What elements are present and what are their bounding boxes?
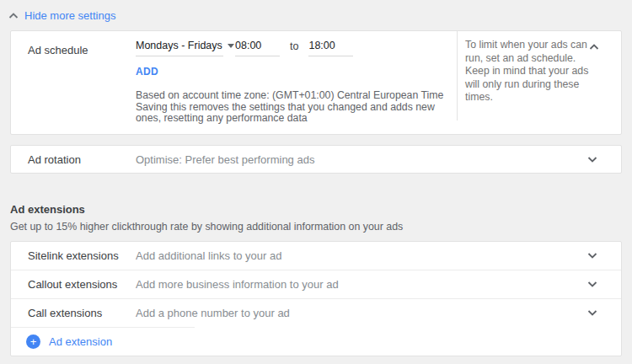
- call-extensions-expand-button[interactable]: [587, 309, 597, 317]
- ad-extensions-subtitle: Get up to 15% higher clickthrough rate b…: [10, 221, 622, 233]
- day-range-select[interactable]: Mondays - Fridays: [136, 40, 223, 56]
- sitelink-extensions-row[interactable]: Sitelink extensions Add additional links…: [11, 242, 621, 270]
- timezone-note: Based on account time zone: (GMT+01:00) …: [136, 90, 457, 102]
- end-time-input[interactable]: [308, 40, 353, 56]
- sitelink-extensions-label: Sitelink extensions: [28, 249, 136, 262]
- ad-rotation-value: Optimise: Prefer best performing ads: [136, 153, 587, 166]
- to-label: to: [290, 40, 298, 56]
- callout-extensions-row[interactable]: Callout extensions Add more business inf…: [11, 270, 621, 298]
- ad-schedule-editor: Mondays - Fridays to ADD Based on accoun…: [136, 31, 457, 134]
- sitelink-extensions-placeholder: Add additional links to your ad: [136, 249, 587, 262]
- callout-extensions-placeholder: Add more business information to your ad: [136, 278, 587, 291]
- dropdown-caret-icon: [228, 44, 234, 48]
- chevron-up-icon: [589, 43, 599, 51]
- add-schedule-button[interactable]: ADD: [136, 66, 158, 78]
- ad-schedule-label: Ad schedule: [11, 31, 136, 134]
- settings-page: Hide more settings Ad schedule Mondays -…: [0, 0, 632, 364]
- call-extensions-row[interactable]: Call extensions Add a phone number to yo…: [11, 298, 621, 327]
- chevron-down-icon: [587, 156, 597, 163]
- ad-rotation-label: Ad rotation: [28, 153, 136, 166]
- ad-extensions-header: Ad extensions Get up to 15% higher click…: [10, 203, 622, 233]
- chevron-up-icon: [8, 12, 19, 19]
- sitelink-extensions-expand-button[interactable]: [587, 252, 597, 260]
- start-time-input[interactable]: [235, 40, 280, 56]
- chevron-down-icon: [587, 252, 597, 260]
- ad-schedule-card: Ad schedule Mondays - Fridays to ADD Bas…: [10, 30, 622, 135]
- saving-note: Saving this removes the settings that yo…: [136, 102, 457, 125]
- ad-rotation-expand-button[interactable]: [587, 156, 597, 163]
- callout-extensions-label: Callout extensions: [28, 278, 136, 291]
- day-range-value: Mondays - Fridays: [136, 40, 222, 51]
- ad-rotation-row[interactable]: Ad rotation Optimise: Prefer best perfor…: [10, 145, 622, 174]
- ad-schedule-collapse-button[interactable]: [589, 43, 599, 51]
- hide-more-settings-link[interactable]: Hide more settings: [0, 0, 115, 22]
- ad-extensions-title: Ad extensions: [10, 203, 622, 216]
- schedule-notes: Based on account time zone: (GMT+01:00) …: [136, 90, 457, 125]
- plus-icon: +: [26, 335, 40, 349]
- add-ad-extension-label: Ad extension: [49, 335, 112, 348]
- call-extensions-label: Call extensions: [28, 307, 136, 319]
- chevron-down-icon: [587, 281, 597, 288]
- chevron-down-icon: [587, 309, 597, 317]
- callout-extensions-expand-button[interactable]: [587, 281, 597, 288]
- ad-extensions-card: Sitelink extensions Add additional links…: [10, 241, 622, 356]
- call-extensions-placeholder: Add a phone number to your ad: [136, 307, 587, 319]
- add-ad-extension-button[interactable]: + Ad extension: [11, 327, 195, 356]
- hide-more-settings-label: Hide more settings: [24, 9, 115, 22]
